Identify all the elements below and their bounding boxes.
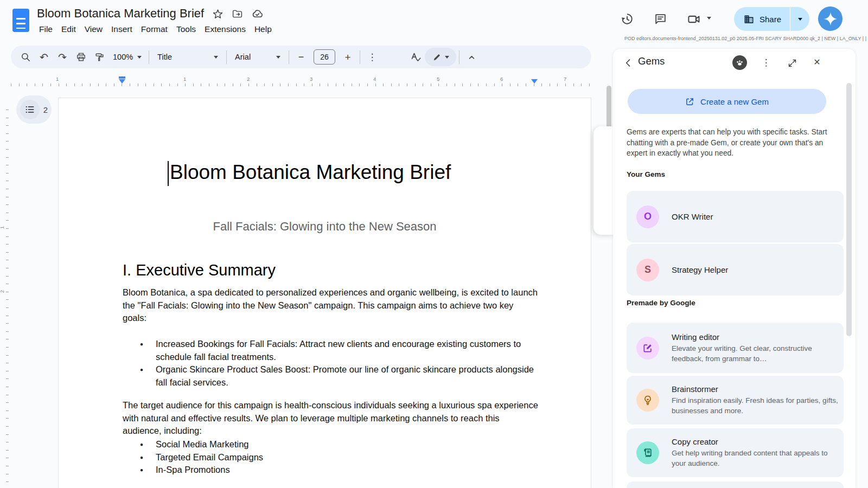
share-button[interactable]: Share: [734, 7, 809, 31]
menu-format[interactable]: Format: [137, 23, 172, 36]
move-folder-icon[interactable]: [232, 8, 243, 20]
menu-help[interactable]: Help: [250, 23, 276, 36]
section-heading[interactable]: I. Executive Summary: [123, 261, 276, 279]
spellcheck-icon[interactable]: [406, 48, 425, 66]
paragraph[interactable]: The target audience for this campaign is…: [123, 399, 538, 438]
gem-avatar: S: [636, 259, 659, 281]
google-docs-app: Bloom Botanica Marketing Brief File Edit…: [0, 0, 868, 488]
paragraph[interactable]: Bloom Botanica, a spa dedicated to perso…: [123, 286, 538, 325]
pen-tool-button[interactable]: [425, 48, 456, 66]
menu-tools[interactable]: Tools: [172, 23, 200, 36]
sidebar-title: Gems: [638, 55, 665, 67]
text-cursor: [168, 161, 169, 186]
paint-format-icon[interactable]: [90, 48, 108, 66]
menu-view[interactable]: View: [80, 23, 107, 36]
decrease-font-size-icon[interactable]: [292, 48, 310, 66]
gem-item-strategy-helper[interactable]: S Strategy Helper: [627, 244, 844, 296]
sidebar-more-icon[interactable]: [758, 55, 774, 70]
pet-paw-icon[interactable]: [732, 55, 747, 70]
bullet-list: Social Media Marketing Targeted Email Ca…: [137, 438, 538, 477]
gem-item-copy-creator[interactable]: Copy creator Get help writing branded co…: [627, 428, 844, 477]
share-label: Share: [760, 15, 781, 24]
font-size-input[interactable]: [314, 49, 335, 65]
domain-building-icon: [744, 14, 754, 24]
gem-name: Strategy Helper: [672, 265, 728, 274]
list-item[interactable]: In-Spa Promotions: [137, 464, 538, 477]
gem-item-writing-editor[interactable]: Writing editor Elevate your writing. Get…: [627, 323, 844, 373]
more-options-icon[interactable]: [363, 48, 381, 66]
docs-logo-icon[interactable]: [12, 9, 29, 32]
close-icon[interactable]: [809, 55, 825, 70]
document-subtitle-text[interactable]: Fall Facials: Glowing into the New Seaso…: [59, 220, 591, 234]
meet-dropdown-caret[interactable]: [707, 17, 711, 20]
gem-name: Writing editor: [672, 332, 844, 342]
star-icon[interactable]: [212, 8, 224, 20]
tab-count: 2: [43, 105, 48, 114]
increase-font-size-icon[interactable]: [339, 48, 357, 66]
list-item[interactable]: Organic Skincare Product Sales Boost: Pr…: [137, 363, 538, 389]
style-value: Title: [157, 53, 172, 61]
print-icon[interactable]: [72, 48, 90, 66]
zoom-value: 100%: [113, 53, 133, 61]
redo-icon[interactable]: [53, 48, 72, 66]
bulleted-list-icon: [20, 100, 40, 119]
bullet-list: Increased Bookings for Fall Facials: Att…: [137, 338, 538, 389]
vertical-ruler[interactable]: 1 2: [0, 88, 9, 488]
list-item[interactable]: Increased Bookings for Fall Facials: Att…: [137, 338, 538, 363]
version-history-icon[interactable]: [619, 11, 635, 27]
toolbar-divider: [226, 50, 227, 64]
share-dropdown[interactable]: [790, 7, 809, 31]
paragraph-style-select[interactable]: Title: [152, 48, 224, 66]
gems-sidebar: Gems Create a new Gem Gems are experts t…: [613, 49, 856, 488]
search-menus-icon[interactable]: [16, 48, 35, 66]
build-flag-text: POD editors.documents-frontend_20250131.…: [624, 36, 866, 41]
gem-desc: Find inspiration easily. Fresh ideas for…: [672, 395, 844, 416]
create-gem-button[interactable]: Create a new Gem: [628, 89, 826, 114]
right-indent-marker[interactable]: [531, 79, 538, 84]
gem-desc: Get help writing branded content that ap…: [672, 448, 844, 468]
side-panel-flap: [593, 126, 615, 235]
list-item[interactable]: Social Media Marketing: [137, 438, 538, 451]
left-indent-marker[interactable]: [119, 76, 125, 84]
toolbar-divider: [459, 50, 459, 64]
share-main[interactable]: Share: [734, 7, 790, 31]
create-gem-label: Create a new Gem: [700, 97, 769, 106]
gem-name: OKR Writer: [672, 212, 713, 221]
gem-item-okr-writer[interactable]: O OKR Writer: [627, 191, 844, 242]
gemini-button[interactable]: [818, 7, 843, 31]
back-icon[interactable]: [621, 55, 636, 70]
list-item[interactable]: Targeted Email Campaigns: [137, 451, 538, 464]
open-in-new-icon: [685, 97, 694, 106]
menu-file[interactable]: File: [35, 23, 57, 36]
horizontal-ruler[interactable]: 1 1 2 3 4 5 6 7: [11, 76, 597, 86]
gem-item-partial[interactable]: [627, 481, 844, 488]
gem-name: Copy creator: [672, 437, 844, 446]
comments-icon[interactable]: [652, 11, 668, 27]
menu-insert[interactable]: Insert: [107, 23, 137, 36]
expand-icon[interactable]: [784, 55, 800, 70]
zoom-select[interactable]: 100%: [108, 48, 146, 66]
meet-video-icon[interactable]: [686, 11, 702, 27]
toolbar: 100% Title Arial: [11, 46, 591, 68]
gem-avatar: O: [636, 206, 659, 228]
font-family-select[interactable]: Arial: [229, 48, 286, 66]
menu-edit[interactable]: Edit: [57, 23, 80, 36]
gem-item-brainstormer[interactable]: Brainstormer Find inspiration easily. Fr…: [627, 376, 844, 425]
hide-menus-icon[interactable]: [462, 48, 481, 66]
sidebar-scrollbar[interactable]: [846, 83, 852, 336]
undo-icon[interactable]: [35, 48, 53, 66]
menu-extensions[interactable]: Extensions: [200, 23, 250, 36]
title-row: Bloom Botanica Marketing Brief: [37, 7, 264, 21]
cloud-status-icon[interactable]: [251, 8, 264, 20]
document-title-text[interactable]: Bloom Botanica Marketing Brief: [170, 161, 451, 184]
scroll-icon: [636, 441, 659, 464]
doc-title[interactable]: Bloom Botanica Marketing Brief: [37, 7, 204, 21]
toolbar-divider: [289, 50, 289, 64]
font-value: Arial: [235, 53, 251, 61]
document-page[interactable]: Bloom Botanica Marketing Brief Fall Faci…: [58, 98, 591, 488]
gemini-sparkle-icon: [824, 12, 838, 26]
toolbar-divider: [360, 50, 360, 64]
doc-tabs-button[interactable]: 2: [16, 95, 52, 124]
pen-icon: [432, 53, 442, 62]
premade-label: Premade by Google: [627, 299, 695, 307]
